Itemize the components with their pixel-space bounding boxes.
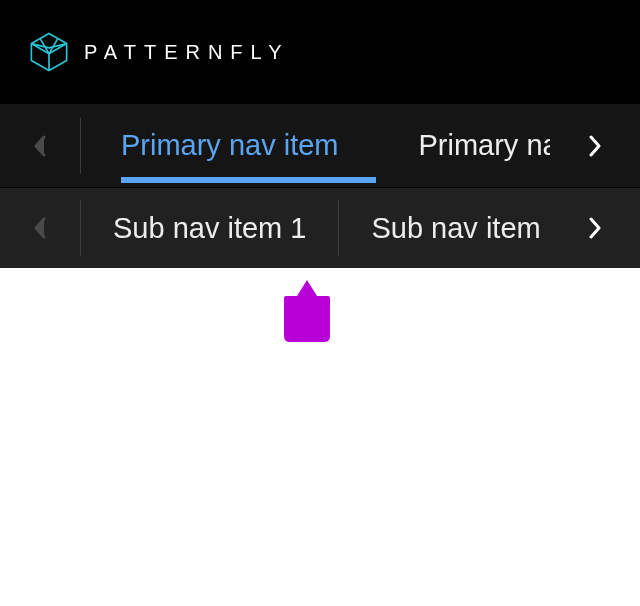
chevron-right-icon [588,217,602,239]
chevron-left-icon [33,217,47,239]
primary-nav-scroll-left-button[interactable] [0,104,80,187]
sub-nav-scroll-left-button[interactable] [0,188,80,268]
masthead: PATTERNFLY [0,0,640,104]
page-content [0,268,640,606]
nav-item-label: Sub nav item 1 [113,212,306,245]
patternfly-logo-icon [28,31,70,73]
sub-nav-scroll-right-button[interactable] [550,188,640,268]
chevron-right-icon [588,135,602,157]
nav-item-label: Primary nav item [121,129,339,162]
primary-nav-item-0[interactable]: Primary nav item [81,104,379,187]
primary-nav: Primary nav item Primary nav item [0,104,640,188]
chevron-left-icon [33,135,47,157]
primary-nav-scroll-right-button[interactable] [550,104,640,187]
brand-name: PATTERNFLY [84,41,290,64]
sub-nav-item-0[interactable]: Sub nav item 1 [81,188,338,268]
nav-item-label: Sub nav item 2 [371,212,564,245]
brand-logo[interactable]: PATTERNFLY [28,31,290,73]
pointer-marker-icon [284,280,330,340]
sub-nav: Sub nav item 1 Sub nav item 2 [0,188,640,268]
